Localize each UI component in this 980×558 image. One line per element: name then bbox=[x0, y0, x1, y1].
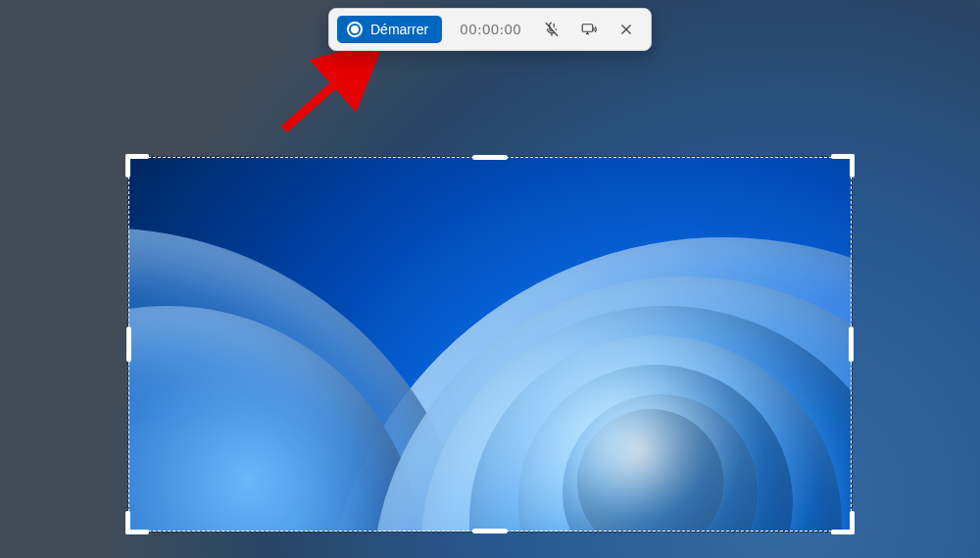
recording-toolbar: Démarrer 00:00:00 bbox=[328, 8, 652, 51]
system-audio-toggle-button[interactable] bbox=[572, 15, 606, 44]
microphone-toggle-button[interactable] bbox=[535, 15, 568, 44]
resize-handle-bottom-right[interactable] bbox=[831, 511, 855, 534]
resize-handle-left[interactable] bbox=[126, 327, 131, 362]
resize-handle-right[interactable] bbox=[849, 327, 854, 362]
resize-handle-top-left[interactable] bbox=[125, 154, 149, 178]
microphone-muted-icon bbox=[543, 21, 561, 38]
record-icon bbox=[347, 22, 363, 37]
svg-rect-2 bbox=[582, 25, 593, 32]
selection-preview bbox=[128, 157, 852, 532]
recording-timer: 00:00:00 bbox=[446, 22, 531, 37]
start-button-label: Démarrer bbox=[370, 22, 428, 37]
resize-handle-top[interactable] bbox=[472, 155, 508, 160]
resize-handle-top-right[interactable] bbox=[831, 154, 855, 178]
close-icon bbox=[617, 21, 635, 38]
close-button[interactable] bbox=[610, 15, 643, 44]
resize-handle-bottom-left[interactable] bbox=[125, 511, 149, 534]
resize-handle-bottom[interactable] bbox=[472, 529, 508, 533]
capture-selection-region[interactable] bbox=[128, 157, 852, 532]
system-audio-icon bbox=[580, 21, 598, 38]
start-recording-button[interactable]: Démarrer bbox=[337, 16, 442, 43]
